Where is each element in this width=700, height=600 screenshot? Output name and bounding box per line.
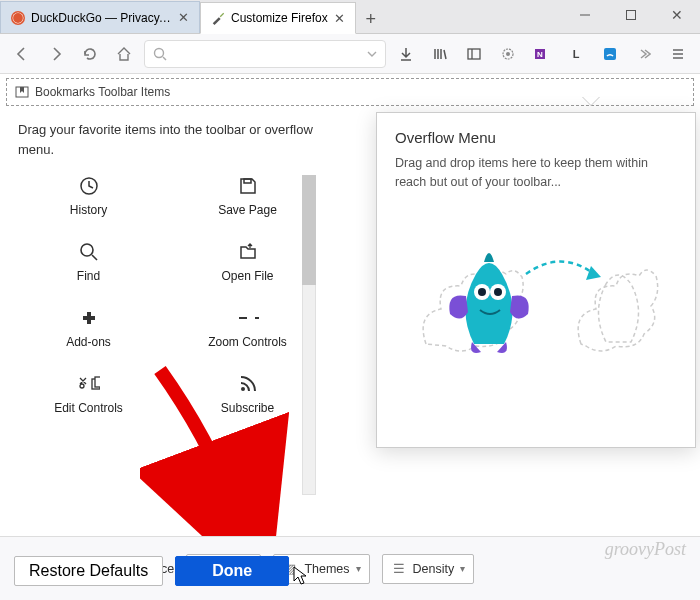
open-file-icon bbox=[237, 241, 259, 263]
tab-duckduckgo[interactable]: DuckDuckGo — Privacy, si ✕ bbox=[0, 1, 200, 33]
tab-title: Customize Firefox bbox=[231, 11, 328, 25]
extension-icon[interactable] bbox=[596, 40, 624, 68]
palette-item-openfile[interactable]: Open File bbox=[177, 241, 318, 283]
palette-item-subscribe[interactable]: Subscribe bbox=[177, 373, 318, 415]
overflow-button[interactable] bbox=[630, 40, 658, 68]
svg-text:N: N bbox=[537, 50, 543, 59]
bookmarks-toolbar-dropzone[interactable]: Bookmarks Toolbar Items bbox=[6, 78, 694, 106]
url-bar[interactable] bbox=[144, 40, 386, 68]
density-icon: ☰ bbox=[391, 561, 407, 576]
svg-point-29 bbox=[478, 288, 486, 296]
home-button[interactable] bbox=[110, 40, 138, 68]
tab-customize[interactable]: Customize Firefox ✕ bbox=[200, 2, 356, 34]
done-button[interactable]: Done bbox=[175, 556, 289, 586]
rss-icon bbox=[237, 373, 259, 395]
scrollbar-thumb[interactable] bbox=[302, 175, 316, 285]
customize-main: Drag your favorite items into the toolba… bbox=[0, 108, 700, 536]
zoom-icon bbox=[237, 307, 259, 329]
chevron-down-icon[interactable] bbox=[367, 49, 377, 59]
palette-item-save[interactable]: Save Page bbox=[177, 175, 318, 217]
palette-label: Add-ons bbox=[66, 335, 111, 349]
palette-label: Save Page bbox=[218, 203, 277, 217]
duckduckgo-icon bbox=[11, 11, 25, 25]
overflow-desc: Drag and drop items here to keep them wi… bbox=[395, 154, 677, 192]
reload-button[interactable] bbox=[76, 40, 104, 68]
svg-line-20 bbox=[92, 255, 97, 260]
tab-title: DuckDuckGo — Privacy, si bbox=[31, 11, 172, 25]
button-label: Done bbox=[212, 562, 252, 580]
downloads-button[interactable] bbox=[392, 40, 420, 68]
close-window-button[interactable]: ✕ bbox=[654, 0, 700, 29]
palette-item-addons[interactable]: Add-ons bbox=[18, 307, 159, 349]
save-icon bbox=[237, 175, 259, 197]
lastpass-icon[interactable]: L bbox=[562, 40, 590, 68]
density-dropdown[interactable]: ☰ Density ▾ bbox=[382, 554, 475, 584]
addons-icon bbox=[78, 307, 100, 329]
nav-toolbar: N L bbox=[0, 34, 700, 74]
close-icon[interactable]: ✕ bbox=[178, 10, 189, 25]
palette-item-history[interactable]: History bbox=[18, 175, 159, 217]
search-icon bbox=[153, 47, 167, 61]
svg-point-5 bbox=[155, 48, 164, 57]
window-controls: ✕ bbox=[562, 0, 700, 29]
overflow-illustration bbox=[395, 214, 677, 364]
svg-point-31 bbox=[494, 288, 502, 296]
palette-item-find[interactable]: Find bbox=[18, 241, 159, 283]
library-button[interactable] bbox=[426, 40, 454, 68]
minimize-button[interactable] bbox=[562, 0, 608, 29]
paintbrush-icon bbox=[211, 11, 225, 25]
search-icon bbox=[78, 241, 100, 263]
cursor-icon bbox=[293, 566, 309, 586]
instructions-text: Drag your favorite items into the toolba… bbox=[18, 120, 318, 159]
chevron-down-icon: ▾ bbox=[356, 563, 361, 574]
palette-label: Open File bbox=[221, 269, 273, 283]
svg-line-6 bbox=[163, 57, 166, 60]
svg-point-19 bbox=[81, 244, 93, 256]
chevron-down-icon: ▾ bbox=[460, 563, 465, 574]
dropdown-label: Themes bbox=[304, 562, 349, 576]
sync-button[interactable] bbox=[494, 40, 522, 68]
button-label: Restore Defaults bbox=[29, 562, 148, 580]
new-tab-button[interactable]: + bbox=[356, 5, 386, 33]
svg-point-10 bbox=[506, 52, 510, 56]
dropdown-label: Density bbox=[413, 562, 455, 576]
close-icon[interactable]: ✕ bbox=[334, 11, 345, 26]
sidebar-button[interactable] bbox=[460, 40, 488, 68]
maximize-button[interactable] bbox=[608, 0, 654, 29]
menu-button[interactable] bbox=[664, 40, 692, 68]
history-icon bbox=[78, 175, 100, 197]
palette-label: History bbox=[70, 203, 107, 217]
svg-rect-4 bbox=[627, 10, 636, 19]
bookmarks-toolbar-label: Bookmarks Toolbar Items bbox=[35, 85, 170, 99]
item-palette: History Save Page Find Open File Add-ons… bbox=[18, 175, 318, 415]
forward-button[interactable] bbox=[42, 40, 70, 68]
svg-point-27 bbox=[241, 387, 245, 391]
palette-item-edit[interactable]: Edit Controls bbox=[18, 373, 159, 415]
bookmarks-icon bbox=[15, 85, 29, 99]
onenote-icon[interactable]: N bbox=[528, 40, 556, 68]
restore-defaults-button[interactable]: Restore Defaults bbox=[14, 556, 163, 586]
palette-label: Find bbox=[77, 269, 100, 283]
palette-label: Zoom Controls bbox=[208, 335, 287, 349]
palette-label: Edit Controls bbox=[54, 401, 123, 415]
svg-rect-7 bbox=[468, 49, 480, 59]
svg-rect-25 bbox=[95, 377, 100, 387]
overflow-title: Overflow Menu bbox=[395, 129, 677, 146]
palette-label: Subscribe bbox=[221, 401, 274, 415]
svg-point-2 bbox=[13, 13, 23, 23]
overflow-menu-panel[interactable]: Overflow Menu Drag and drop items here t… bbox=[376, 112, 696, 448]
palette-item-zoom[interactable]: Zoom Controls bbox=[177, 307, 318, 349]
back-button[interactable] bbox=[8, 40, 36, 68]
edit-controls-icon bbox=[78, 373, 100, 395]
